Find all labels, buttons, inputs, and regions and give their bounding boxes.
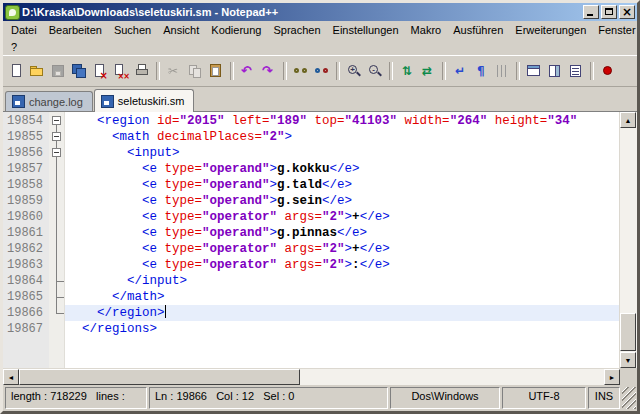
- code-line-19855[interactable]: <math decimalPlaces="2">: [65, 129, 619, 145]
- code-token: g.pinnas: [277, 226, 337, 240]
- close-button[interactable]: [619, 5, 635, 19]
- code-line-19865[interactable]: </math>: [65, 289, 619, 305]
- menu-item-kodierung[interactable]: Kodierung: [205, 23, 267, 37]
- menu-item-ausfuhren[interactable]: Ausführen: [447, 23, 509, 37]
- fold-toggle[interactable]: [49, 145, 64, 161]
- code-token: <region: [67, 114, 157, 128]
- code-area[interactable]: <region id="2015" left="189" top="41103"…: [65, 112, 619, 368]
- status-insert-mode[interactable]: INS: [588, 387, 620, 409]
- code-token: "2": [322, 210, 345, 224]
- open-file-icon[interactable]: [27, 61, 47, 81]
- scroll-down-button[interactable]: [620, 352, 636, 368]
- record-macro-icon[interactable]: [598, 61, 618, 81]
- save-icon[interactable]: [48, 61, 68, 81]
- zoom-in-icon[interactable]: [344, 61, 364, 81]
- function-list-icon[interactable]: [566, 61, 586, 81]
- resize-grip[interactable]: [622, 387, 636, 409]
- status-encoding[interactable]: UTF-8: [502, 387, 586, 409]
- code-token: <e: [67, 178, 165, 192]
- menu-item-bearbeiten[interactable]: Bearbeiten: [43, 23, 108, 37]
- print-icon[interactable]: [132, 61, 152, 81]
- code-line-19857[interactable]: <e type="operand">g.kokku</e>: [65, 161, 619, 177]
- replace-icon[interactable]: [312, 61, 332, 81]
- fold-marker: [49, 241, 64, 257]
- code-token: "34": [547, 114, 577, 128]
- code-token: decimalPlaces=: [157, 130, 262, 144]
- menu-item-makro[interactable]: Makro: [405, 23, 448, 37]
- new-file-icon[interactable]: [6, 61, 26, 81]
- code-line-19854[interactable]: <region id="2015" left="189" top="41103"…: [65, 113, 619, 129]
- tab-seletuskiri-sm[interactable]: seletuskiri.sm: [94, 89, 195, 112]
- sync-horizontal-scrolling-icon[interactable]: [418, 61, 438, 81]
- code-line-19859[interactable]: <e type="operand">g.sein</e>: [65, 193, 619, 209]
- menu-item-sprachen[interactable]: Sprachen: [267, 23, 326, 37]
- redo-icon[interactable]: [259, 61, 279, 81]
- code-token: "operand": [202, 178, 270, 192]
- undo-icon[interactable]: [238, 61, 258, 81]
- title-bar[interactable]: D:\Kraska\Downloads\seletuskiri.sm - Not…: [3, 3, 637, 21]
- toolbar-separator: [389, 62, 393, 80]
- code-line-19860[interactable]: <e type="operator" args="2">+</e>: [65, 209, 619, 225]
- code-token: "2015": [180, 114, 225, 128]
- code-line-19867[interactable]: </regions>: [65, 321, 619, 337]
- menu-item-fenster[interactable]: Fenster: [592, 23, 640, 37]
- tab-label: change.log: [29, 96, 83, 108]
- scroll-left-button[interactable]: [3, 369, 19, 385]
- code-token: +: [352, 242, 360, 256]
- code-token: </e>: [322, 194, 352, 208]
- code-line-19863[interactable]: <e type="operator" args="2">:</e>: [65, 257, 619, 273]
- fold-toggle[interactable]: [49, 129, 64, 145]
- code-line-19862[interactable]: <e type="operator" args="2">+</e>: [65, 241, 619, 257]
- code-line-19861[interactable]: <e type="operand">g.pinnas</e>: [65, 225, 619, 241]
- fold-marker: [49, 289, 64, 305]
- minimize-button[interactable]: [583, 5, 599, 19]
- save-all-icon[interactable]: [69, 61, 89, 81]
- code-token: </math>: [67, 290, 165, 304]
- find-icon[interactable]: [291, 61, 311, 81]
- print-glyph: [134, 63, 150, 79]
- menu-item-suchen[interactable]: Suchen: [108, 23, 157, 37]
- sync-vertical-scrolling-icon[interactable]: [397, 61, 417, 81]
- scroll-right-button[interactable]: [604, 369, 620, 385]
- menu-item-einstellungen[interactable]: Einstellungen: [327, 23, 405, 37]
- zoom-out-icon[interactable]: [365, 61, 385, 81]
- scroll-up-button[interactable]: [620, 112, 636, 128]
- code-token: </e>: [322, 178, 352, 192]
- menu-item-ansicht[interactable]: Ansicht: [157, 23, 205, 37]
- document-map-icon[interactable]: [545, 61, 565, 81]
- code-token: <e: [67, 210, 165, 224]
- fold-end-branch: [57, 281, 64, 282]
- code-line-19856[interactable]: <input>: [65, 145, 619, 161]
- menu-item-datei[interactable]: Datei: [5, 23, 43, 37]
- code-token: <input>: [67, 146, 180, 160]
- code-token: args=: [277, 258, 322, 272]
- code-token: "operator": [202, 242, 277, 256]
- code-line-19858[interactable]: <e type="operand">g.tald</e>: [65, 177, 619, 193]
- maximize-button[interactable]: [601, 5, 617, 19]
- tab-change-log[interactable]: change.log: [5, 91, 93, 111]
- word-wrap-icon[interactable]: [450, 61, 470, 81]
- notepadpp-app-icon: [5, 5, 20, 20]
- show-indent-guide-icon[interactable]: [492, 61, 512, 81]
- copy-icon[interactable]: [185, 61, 205, 81]
- horizontal-scroll-track[interactable]: [19, 369, 604, 385]
- paste-icon[interactable]: [206, 61, 226, 81]
- status-eol[interactable]: Dos\Windows: [390, 387, 500, 409]
- user-defined-dialog-icon[interactable]: [524, 61, 544, 81]
- code-line-19866[interactable]: </region>: [65, 305, 619, 321]
- close-icon[interactable]: [90, 61, 110, 81]
- horizontal-scrollbar[interactable]: [3, 368, 620, 385]
- code-line-19864[interactable]: </input>: [65, 273, 619, 289]
- vertical-scrollbar[interactable]: [619, 112, 637, 368]
- code-token: >: [345, 258, 353, 272]
- fold-toggle[interactable]: [49, 113, 64, 129]
- vertical-scroll-thumb[interactable]: [620, 313, 636, 351]
- show-all-characters-icon[interactable]: [471, 61, 491, 81]
- vertical-scroll-track[interactable]: [620, 128, 637, 352]
- menu-item-help[interactable]: ?: [5, 40, 23, 54]
- horizontal-scroll-thumb[interactable]: [19, 369, 300, 385]
- editor-main: 1985419855198561985719858198591986019861…: [3, 112, 637, 368]
- close-all-icon[interactable]: [111, 61, 131, 81]
- cut-icon[interactable]: [164, 61, 184, 81]
- menu-item-erweiterungen[interactable]: Erweiterungen: [509, 23, 592, 37]
